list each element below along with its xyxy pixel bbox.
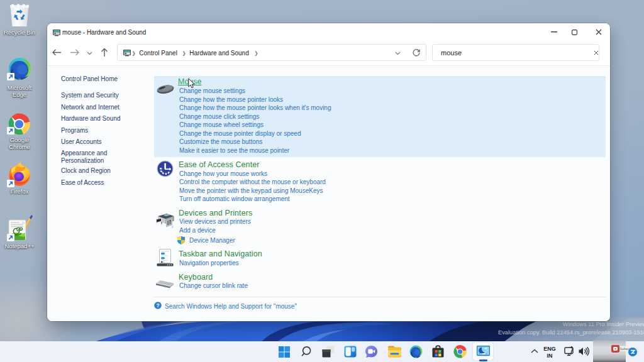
svg-text:?: ? xyxy=(156,302,159,309)
